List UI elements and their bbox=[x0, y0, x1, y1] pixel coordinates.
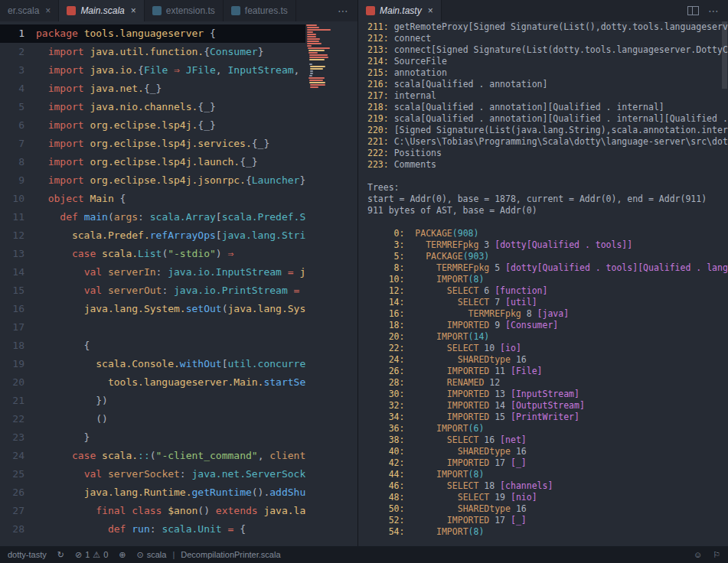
code-line: 34: IMPORTED 15 [PrintWriter] bbox=[358, 412, 728, 423]
code-line-text: 44: IMPORT(8) bbox=[367, 469, 484, 480]
status-bar-right: ☺ ⚐ bbox=[694, 550, 720, 560]
tab-er.scala[interactable]: er.scala× bbox=[0, 0, 59, 21]
code-line: 214: SourceFile bbox=[358, 56, 728, 67]
minimap-line bbox=[309, 57, 329, 58]
line-number: 16 bbox=[0, 300, 36, 318]
language-status[interactable]: ⊙ scala | DecompilationPrinter.scala bbox=[137, 550, 281, 560]
code-line-text: import org.eclipse.lsp4j.{_} bbox=[36, 119, 216, 131]
code-line-text: 10: IMPORT(8) bbox=[367, 274, 484, 285]
scrollbar[interactable] bbox=[721, 21, 728, 546]
code-line-text: java.lang.System.setOut(java.lang.System… bbox=[36, 303, 305, 314]
code-line: 13 case scala.List("-stdio") ⇒ bbox=[0, 245, 305, 263]
line-number: 8 bbox=[0, 153, 36, 171]
code-line-text: 46: SELECT 18 [channels] bbox=[367, 480, 553, 491]
code-line: 212: connect bbox=[358, 33, 728, 44]
code-line-text: case scala.List("-stdio") ⇒ bbox=[36, 248, 233, 259]
code-line: 221: C:\Users\Tobias\Programming\Scala\d… bbox=[358, 136, 728, 148]
line-number: 1 bbox=[0, 24, 36, 43]
tasty-editor[interactable]: 211: getRemoteProxy[Signed Signature(Lis… bbox=[358, 21, 728, 546]
code-line-text: def main(args: scala.Array[scala.Predef.… bbox=[36, 211, 305, 223]
close-icon[interactable]: × bbox=[45, 5, 51, 16]
code-line-text: 12: SELECT 6 [function] bbox=[367, 285, 547, 296]
code-line-text: scala.Predef.refArrayOps[java.lang.Strin… bbox=[36, 229, 305, 241]
code-line: 38: SELECT 16 [net] bbox=[358, 434, 728, 446]
code-line: 3: TERMREFpkg 3 [dotty[Qualified . tools… bbox=[358, 239, 728, 251]
code-line-text: 212: connect bbox=[367, 33, 431, 44]
code-line-text: 911 bytes of AST, base = Addr(0) bbox=[367, 205, 537, 216]
tab-features.ts[interactable]: features.ts bbox=[224, 0, 296, 21]
code-line-text: 22: SELECT 10 [io] bbox=[367, 343, 521, 353]
code-line-text: 34: IMPORTED 15 [PrintWriter] bbox=[367, 412, 579, 422]
code-line: 7 import org.eclipse.lsp4j.services.{_} bbox=[0, 135, 305, 153]
code-line: 52: IMPORTED 17 [_] bbox=[358, 515, 728, 526]
code-line: 27 final class $anon() extends java.lang… bbox=[0, 502, 305, 520]
code-line-text: 38: SELECT 16 [net] bbox=[367, 434, 527, 445]
code-line: 219: scala[Qualified . annotation][Quali… bbox=[358, 113, 728, 125]
globe-icon[interactable]: ⊕ bbox=[119, 550, 126, 560]
code-line: 28 def run: scala.Unit = { bbox=[0, 520, 305, 539]
code-line-text: package tools.languageserver { bbox=[36, 28, 216, 39]
line-number: 7 bbox=[0, 135, 36, 153]
sync-icon[interactable]: ↻ bbox=[57, 550, 64, 560]
code-line: 18: IMPORTED 9 [Consumer] bbox=[358, 320, 728, 331]
code-line: 24: SHAREDtype 16 bbox=[358, 354, 728, 366]
line-number: 11 bbox=[0, 208, 36, 226]
code-line: 17 bbox=[0, 318, 305, 337]
code-line: start = Addr(0), base = 1878, current = … bbox=[358, 194, 728, 205]
code-line-text: 211: getRemoteProxy[Signed Signature(Lis… bbox=[367, 21, 728, 32]
code-line-text: 54: IMPORT(8) bbox=[367, 526, 484, 537]
problems-indicator[interactable]: ⊘ 1 ⚠ 0 bbox=[75, 550, 108, 560]
minimap[interactable] bbox=[306, 24, 351, 89]
code-line-text: object Main { bbox=[36, 193, 126, 204]
git-branch[interactable]: dotty-tasty bbox=[8, 550, 47, 559]
bell-icon[interactable]: ⚐ bbox=[713, 550, 720, 560]
code-line: 48: SELECT 19 [nio] bbox=[358, 492, 728, 503]
code-line-text: 48: SELECT 19 [nio] bbox=[367, 492, 537, 503]
minimap-line bbox=[309, 77, 325, 79]
code-line-text: scala.Console.withOut[util.concurrent.Fu… bbox=[36, 358, 305, 369]
code-line: 26 java.lang.Runtime.getRuntime().addShu… bbox=[0, 483, 305, 502]
line-number: 3 bbox=[0, 61, 36, 80]
code-line-text: 28: RENAMED 12 bbox=[367, 377, 500, 388]
code-line-text: { bbox=[36, 340, 90, 351]
code-line: 24 case scala.::("-client_command", clie… bbox=[0, 447, 305, 465]
tasty-file-icon bbox=[366, 6, 375, 15]
code-line: 42: IMPORTED 17 [_] bbox=[358, 457, 728, 469]
line-number: 25 bbox=[0, 465, 36, 483]
code-line-text: 223: Comments bbox=[367, 159, 436, 170]
scrollbar-thumb[interactable] bbox=[722, 21, 727, 89]
tab-Main.tasty[interactable]: Main.tasty× bbox=[358, 0, 442, 21]
tab-extension.ts[interactable]: extension.ts bbox=[145, 0, 224, 21]
minimap-line bbox=[310, 86, 318, 88]
code-line-text: 14: SELECT 7 [util] bbox=[367, 297, 537, 308]
error-icon: ⊘ bbox=[75, 550, 82, 560]
status-bar-left: dotty-tasty ↻ ⊘ 1 ⚠ 0 ⊕ ⊙ scala | Decomp… bbox=[8, 550, 281, 560]
split-editor-icon[interactable] bbox=[687, 6, 699, 15]
more-actions-icon[interactable]: ⋯ bbox=[708, 5, 719, 17]
info-icon: ⊙ bbox=[137, 550, 144, 560]
editor-group-left: er.scala×Main.scala×extension.tsfeatures… bbox=[0, 0, 357, 546]
code-line-text: Trees: bbox=[367, 182, 400, 193]
scala-editor[interactable]: 1package tools.languageserver {2 import … bbox=[0, 21, 305, 546]
minimap-line bbox=[309, 59, 325, 60]
tab-Main.scala[interactable]: Main.scala× bbox=[59, 0, 144, 21]
code-line: 30: IMPORTED 13 [InputStream] bbox=[358, 389, 728, 400]
feedback-icon[interactable]: ☺ bbox=[694, 550, 702, 559]
code-line: 222: Positions bbox=[358, 148, 728, 159]
more-actions-icon[interactable]: ⋯ bbox=[338, 5, 348, 17]
right-tab-bar: Main.tasty× ⋯ bbox=[358, 0, 728, 21]
code-line: 5 import java.nio.channels.{_} bbox=[0, 98, 305, 116]
code-line bbox=[358, 171, 728, 182]
line-number: 27 bbox=[0, 502, 36, 520]
code-line bbox=[358, 216, 728, 228]
code-line: 1package tools.languageserver { bbox=[0, 24, 305, 43]
right-tab-actions: ⋯ bbox=[678, 0, 728, 21]
close-icon[interactable]: × bbox=[131, 5, 136, 16]
close-icon[interactable]: × bbox=[428, 5, 433, 16]
code-line: 8 import org.eclipse.lsp4j.launch.{_} bbox=[0, 153, 305, 171]
code-line: 16: TERMREFpkg 8 [java] bbox=[358, 308, 728, 320]
line-number: 18 bbox=[0, 337, 36, 355]
line-number: 4 bbox=[0, 80, 36, 98]
code-line: 223: Comments bbox=[358, 159, 728, 171]
code-line: 28: RENAMED 12 bbox=[358, 377, 728, 389]
